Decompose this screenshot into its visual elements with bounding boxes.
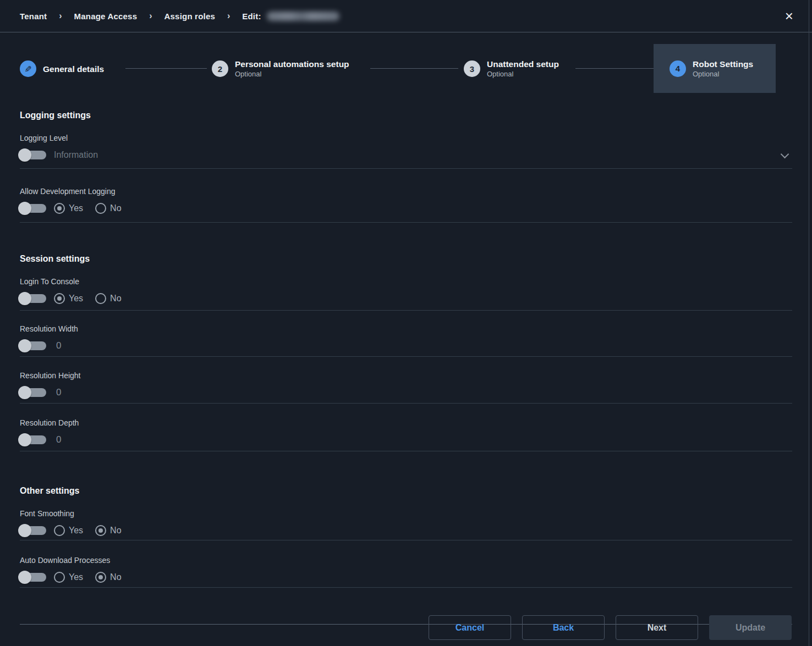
step-personal-automations[interactable]: 2 Personal automations setup Optional [212, 44, 349, 93]
breadcrumb-tenant[interactable]: Tenant [20, 12, 47, 21]
section-title-other: Other settings [20, 485, 792, 496]
logging-level-toggle[interactable] [20, 151, 46, 159]
radio-yes[interactable]: Yes [54, 293, 83, 304]
field-label: Resolution Height [20, 371, 792, 380]
step-robot-settings-current[interactable]: 4 Robot Settings Optional [654, 44, 776, 93]
footer-actions: Cancel Back Next Update [429, 615, 792, 640]
field-label: Resolution Depth [20, 418, 792, 427]
login-to-console-toggle[interactable] [20, 294, 46, 303]
radio-selected-icon [95, 525, 106, 536]
step3-circle: 3 [464, 60, 480, 77]
step3-sublabel: Optional [487, 69, 559, 79]
field-auto-download-processes: Auto Download Processes Yes No [20, 556, 792, 588]
toggle-knob [18, 386, 31, 399]
resolution-depth-value[interactable]: 0 [56, 434, 61, 445]
radio-no[interactable]: No [95, 203, 121, 214]
radio-selected-icon [95, 572, 106, 583]
toggle-knob [18, 339, 31, 352]
resolution-width-value[interactable]: 0 [56, 340, 61, 351]
radio-unselected-icon [95, 203, 106, 214]
resolution-width-toggle[interactable] [20, 341, 46, 350]
robot-settings-form: Logging settings Logging Level Informati… [20, 110, 792, 588]
field-logging-level: Logging Level Information [20, 134, 792, 169]
step-connector [575, 68, 654, 69]
auto-download-processes-toggle[interactable] [20, 573, 46, 582]
step4-sublabel: Optional [693, 69, 753, 79]
step-unattended-setup[interactable]: 3 Unattended setup Optional [464, 44, 559, 93]
toggle-knob [18, 202, 31, 215]
chevron-right-icon: › [59, 11, 62, 21]
step-connector [370, 68, 458, 69]
edit-label: Edit: [242, 12, 261, 21]
field-resolution-width: Resolution Width 0 [20, 324, 792, 357]
step-general-details[interactable]: ✎ General details [20, 44, 104, 93]
radio-yes[interactable]: Yes [54, 572, 83, 583]
step4-label: Robot Settings [693, 59, 753, 69]
step3-label: Unattended setup [487, 59, 559, 69]
wizard-stepper: ✎ General details 2 Personal automations… [0, 44, 812, 93]
field-font-smoothing: Font Smoothing Yes No [20, 509, 792, 540]
toggle-knob [18, 433, 31, 446]
breadcrumb: Tenant › Manage Access › Assign roles › … [0, 0, 812, 32]
step1-label: General details [43, 64, 104, 74]
scrollbar-track[interactable] [809, 0, 809, 646]
logging-level-select[interactable]: Information [54, 150, 98, 160]
field-label: Font Smoothing [20, 509, 792, 518]
field-allow-development-logging: Allow Development Logging Yes No [20, 187, 792, 223]
toggle-knob [18, 524, 31, 537]
resolution-height-toggle[interactable] [20, 388, 46, 397]
radio-unselected-icon [54, 572, 65, 583]
pencil-icon: ✎ [23, 65, 34, 72]
toggle-knob [18, 292, 31, 305]
field-label: Resolution Width [20, 324, 792, 333]
radio-selected-icon [54, 203, 65, 214]
radio-no[interactable]: No [95, 525, 121, 536]
step2-sublabel: Optional [235, 69, 349, 79]
field-label: Auto Download Processes [20, 556, 792, 565]
section-title-logging: Logging settings [20, 110, 792, 121]
next-button[interactable]: Next [616, 615, 698, 640]
chevron-down-icon[interactable] [781, 150, 789, 158]
field-label: Logging Level [20, 134, 792, 142]
step4-circle: 4 [670, 60, 686, 77]
allow-dev-logging-toggle[interactable] [20, 204, 46, 213]
resolution-height-value[interactable]: 0 [56, 387, 61, 398]
breadcrumb-assign-roles[interactable]: Assign roles [164, 12, 215, 21]
field-resolution-depth: Resolution Depth 0 [20, 418, 792, 451]
back-button[interactable]: Back [522, 615, 605, 640]
field-label: Login To Console [20, 277, 792, 286]
chevron-right-icon: › [149, 11, 152, 21]
section-title-session: Session settings [20, 253, 792, 264]
update-button[interactable]: Update [709, 615, 792, 640]
field-label: Allow Development Logging [20, 187, 792, 196]
radio-yes[interactable]: Yes [54, 525, 83, 536]
step2-label: Personal automations setup [235, 59, 349, 69]
close-icon[interactable]: × [782, 8, 797, 24]
radio-unselected-icon [54, 525, 65, 536]
field-login-to-console: Login To Console Yes No [20, 277, 792, 311]
radio-yes[interactable]: Yes [54, 203, 83, 214]
radio-selected-icon [54, 293, 65, 304]
redacted-name-blur [267, 12, 339, 21]
radio-no[interactable]: No [95, 293, 121, 304]
breadcrumb-manage-access[interactable]: Manage Access [74, 12, 138, 21]
breadcrumb-edit-current: Edit: [242, 12, 339, 21]
toggle-knob [18, 148, 31, 162]
font-smoothing-toggle[interactable] [20, 526, 46, 535]
chevron-right-icon: › [227, 11, 230, 21]
step1-circle: ✎ [20, 60, 36, 77]
radio-unselected-icon [95, 293, 106, 304]
resolution-depth-toggle[interactable] [20, 435, 46, 444]
field-resolution-height: Resolution Height 0 [20, 371, 792, 404]
step-connector [125, 68, 207, 69]
toggle-knob [18, 571, 31, 584]
cancel-button[interactable]: Cancel [429, 615, 511, 640]
radio-no[interactable]: No [95, 572, 121, 583]
step2-circle: 2 [212, 60, 228, 77]
